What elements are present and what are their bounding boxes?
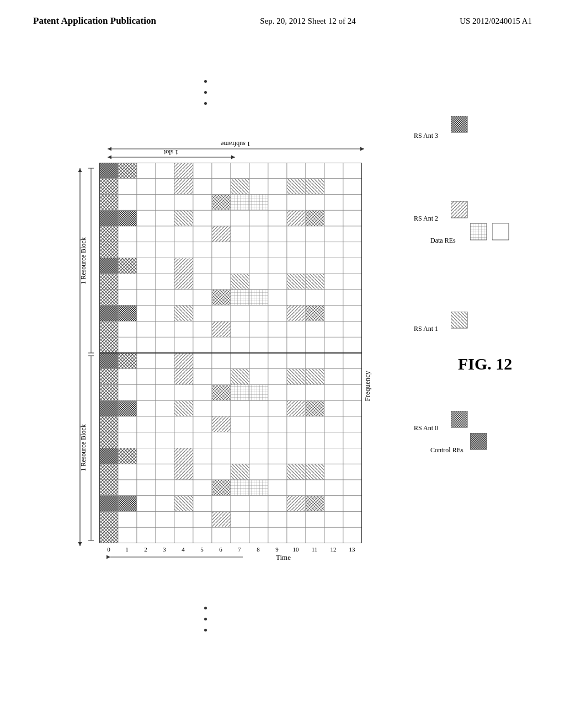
svg-rect-277 xyxy=(231,400,249,416)
svg-text:RS Ant 3: RS Ant 3 xyxy=(414,132,438,140)
svg-rect-324 xyxy=(324,448,343,464)
legend-rs-ant3 xyxy=(451,116,468,133)
svg-rect-267 xyxy=(306,385,324,401)
svg-rect-337 xyxy=(306,464,324,480)
svg-rect-283 xyxy=(343,400,362,416)
svg-rect-62 xyxy=(137,163,156,179)
svg-rect-146 xyxy=(137,258,156,274)
svg-rect-189 xyxy=(156,306,174,322)
svg-rect-228 xyxy=(99,353,118,369)
svg-rect-188 xyxy=(137,306,156,322)
svg-text:3: 3 xyxy=(163,546,166,553)
svg-rect-104 xyxy=(137,210,156,226)
svg-rect-65 xyxy=(193,163,212,179)
svg-rect-138 xyxy=(249,242,268,258)
svg-rect-358 xyxy=(174,496,193,512)
svg-rect-198 xyxy=(324,306,343,322)
svg-rect-129 xyxy=(343,226,362,242)
svg-rect-125 xyxy=(268,226,287,242)
svg-rect-152 xyxy=(249,258,268,274)
svg-rect-391 xyxy=(268,527,287,543)
svg-rect-144 xyxy=(99,258,118,274)
svg-rect-304 xyxy=(212,432,231,448)
svg-rect-338 xyxy=(324,464,343,480)
svg-rect-117 xyxy=(118,226,137,242)
svg-rect-76 xyxy=(137,179,156,195)
svg-rect-191 xyxy=(193,306,212,322)
svg-rect-226 xyxy=(324,337,343,353)
svg-rect-224 xyxy=(287,337,306,353)
svg-rect-367 xyxy=(343,496,362,512)
svg-rect-357 xyxy=(156,496,174,512)
svg-rect-320 xyxy=(249,448,268,464)
svg-rect-90 xyxy=(137,195,156,211)
svg-rect-368 xyxy=(99,512,118,528)
svg-rect-341 xyxy=(118,480,137,496)
svg-rect-197 xyxy=(306,306,324,322)
svg-rect-322 xyxy=(287,448,306,464)
svg-rect-67 xyxy=(231,163,249,179)
svg-rect-235 xyxy=(231,353,249,369)
svg-rect-294 xyxy=(287,416,306,432)
svg-rect-348 xyxy=(249,480,268,496)
svg-rect-282 xyxy=(324,400,343,416)
header: Patent Application Publication Sep. 20, … xyxy=(0,0,565,26)
svg-rect-318 xyxy=(212,448,231,464)
svg-rect-92 xyxy=(174,195,193,211)
svg-rect-60 xyxy=(99,163,118,179)
svg-rect-281 xyxy=(306,400,324,416)
svg-rect-312 xyxy=(99,448,118,464)
svg-rect-127 xyxy=(306,226,324,242)
svg-rect-369 xyxy=(118,512,137,528)
svg-rect-91 xyxy=(156,195,174,211)
svg-rect-327 xyxy=(118,464,137,480)
svg-rect-157 xyxy=(343,258,362,274)
svg-rect-301 xyxy=(156,432,174,448)
svg-rect-229 xyxy=(118,353,137,369)
svg-text:13: 13 xyxy=(349,546,356,553)
svg-rect-83 xyxy=(268,179,287,195)
svg-rect-124 xyxy=(249,226,268,242)
svg-rect-208 xyxy=(249,322,268,338)
svg-rect-236 xyxy=(249,353,268,369)
svg-text:Frequency: Frequency xyxy=(363,371,371,401)
svg-rect-392 xyxy=(287,527,306,543)
svg-rect-307 xyxy=(268,432,287,448)
svg-rect-118 xyxy=(137,226,156,242)
svg-rect-284 xyxy=(99,416,118,432)
svg-rect-77 xyxy=(156,179,174,195)
svg-rect-193 xyxy=(231,306,249,322)
svg-rect-340 xyxy=(99,480,118,496)
svg-rect-271 xyxy=(118,400,137,416)
svg-rect-351 xyxy=(306,480,324,496)
svg-rect-290 xyxy=(212,416,231,432)
svg-rect-264 xyxy=(249,385,268,401)
svg-text:11: 11 xyxy=(312,546,318,553)
bottom-dot-3 xyxy=(204,629,207,631)
svg-rect-354 xyxy=(99,496,118,512)
svg-rect-134 xyxy=(174,242,193,258)
svg-rect-371 xyxy=(156,512,174,528)
svg-rect-275 xyxy=(193,400,212,416)
svg-rect-297 xyxy=(343,416,362,432)
svg-rect-379 xyxy=(306,512,324,528)
svg-rect-106 xyxy=(174,210,193,226)
svg-rect-311 xyxy=(343,432,362,448)
svg-rect-361 xyxy=(231,496,249,512)
svg-rect-80 xyxy=(212,179,231,195)
svg-rect-165 xyxy=(231,274,249,290)
svg-text:7: 7 xyxy=(238,546,241,553)
svg-rect-136 xyxy=(212,242,231,258)
legend-rs-ant2 xyxy=(451,201,468,219)
svg-text:Control REs: Control REs xyxy=(430,446,463,454)
svg-rect-151 xyxy=(231,258,249,274)
svg-rect-336 xyxy=(287,464,306,480)
svg-rect-217 xyxy=(156,337,174,353)
svg-rect-300 xyxy=(137,432,156,448)
svg-rect-79 xyxy=(193,179,212,195)
svg-rect-61 xyxy=(118,163,137,179)
header-patent-number: US 2012/0240015 A1 xyxy=(460,17,532,26)
svg-rect-69 xyxy=(268,163,287,179)
svg-rect-135 xyxy=(193,242,212,258)
svg-rect-315 xyxy=(156,448,174,464)
